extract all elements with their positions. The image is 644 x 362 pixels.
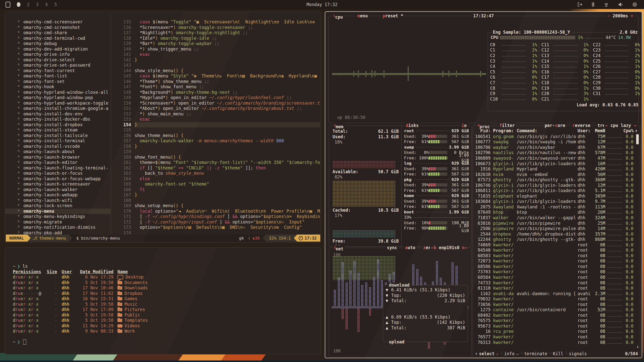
file-list-item[interactable]: *omarchy-cmd-screenshot (5, 25, 110, 30)
process-row[interactable]: 102638nvimnvim --embeddhh56M0.0 (473, 172, 640, 177)
process-row[interactable]: 103684glycin-i/usr/lib/glycin-loadersdhh… (473, 199, 640, 204)
code-line[interactable] (135, 198, 320, 203)
code-line[interactable]: esac (135, 52, 320, 57)
file-list-item[interactable]: *omarchy-drive-set-password (5, 63, 110, 68)
file-list-item[interactable]: *omarchy-launch-about (5, 149, 110, 155)
code-line[interactable]: } (135, 122, 320, 128)
kill-action[interactable]: Kill (553, 351, 563, 356)
code-line[interactable]: case $(menu "Toggle" "▣ Screensaver\n☾ N… (135, 19, 320, 25)
code-line[interactable]: local options="◄ Audio\n◠ Wifi\nᛒ Blueto… (135, 209, 320, 214)
file-list-item[interactable]: *omarchy-install-dev-env (5, 111, 110, 117)
process-row[interactable]: 68584kworker/root0B0.0 (473, 275, 640, 280)
btop-window[interactable]: 1cpu menu preset * 17:32:47 - 2000ms + E… (325, 11, 642, 358)
prompt-line[interactable]: ~❯ls (13, 264, 148, 269)
file-list-item[interactable]: *omarchy-migrate (5, 219, 110, 225)
preset-button[interactable]: preset * (381, 13, 405, 18)
process-row[interactable]: 95673kworker/root0B0.0 (473, 323, 640, 329)
process-row[interactable]: 68583kworker/root0B0.0 (473, 253, 640, 258)
info-action[interactable]: info (504, 351, 514, 356)
process-row[interactable]: 79032kworker/root0B0.0 (473, 296, 640, 302)
cpu-box-title[interactable]: 1cpu (332, 13, 344, 20)
process-row[interactable]: 76577kworker/root0B0.0 (473, 334, 640, 340)
select-up-key[interactable]: ↑ (475, 351, 477, 356)
proc-box-title[interactable]: 4proc (476, 123, 491, 129)
process-row[interactable]: 106786waybar/usr/bin/waybardhh67M0.0 (473, 145, 640, 150)
file-list-item[interactable]: *omarchy-install-steam (5, 127, 110, 133)
process-row[interactable]: 106673glycin-i/usr/lib/glycin-loadersdhh… (473, 161, 640, 166)
process-row[interactable]: 71835elephantelephantdhh385M0.0 (473, 193, 640, 199)
process-row[interactable]: 106811glycin-i/usr/lib/glycin-loadersdhh… (473, 188, 640, 193)
file-list-item[interactable]: *omarchy-menu (5, 209, 110, 214)
code-line[interactable]: [ -f ~/.config/hypr/input.conf ] && opti… (135, 219, 320, 225)
process-row[interactable]: 106809swayosd-/usr/bin/swayosd-serverdhh… (473, 155, 640, 161)
process-row[interactable]: 87649btopbtopdhh26M0.0 (473, 210, 640, 215)
code-line[interactable]: *Theme*) show_theme_menu ;; (135, 79, 320, 84)
code-line[interactable]: back_to show_style_menu (135, 171, 320, 176)
file-list-item[interactable]: *omarchy-lock-screen (5, 203, 110, 209)
code-line[interactable]: omarchy-launch-walker -m menus:omarchyth… (135, 138, 320, 144)
code-line[interactable]: [ -f ~/.config/hypr/bindings.conf ] && o… (135, 214, 320, 219)
process-row[interactable]: 1916HyprlandHyprlanddhh420M0.0 (473, 166, 640, 172)
code-line[interactable]: *Hyprland*) open_in_editor ~/.config/hyp… (135, 95, 320, 101)
file-list-item[interactable]: *omarchy-dev-add-migration (5, 47, 110, 52)
file-list-item[interactable]: *omarchy-cmd-screensaver (5, 19, 110, 25)
proc-reverse-toggle[interactable]: reverse (571, 123, 592, 128)
process-row[interactable]: 63816pipewire/usr/bin/pipewiredhh25M0.0 (473, 220, 640, 226)
process-row[interactable]: 72073kworker/root0B0.0 (473, 258, 640, 264)
code-line[interactable]: omarchy-font-set "$theme" (135, 182, 320, 187)
file-list-item[interactable]: *omarchy-cmd-share (5, 30, 110, 36)
code-line[interactable]: *Nightlight*) omarchy-toggle-nightlight … (135, 30, 320, 36)
file-list-item[interactable]: *omarchy-install-tailscale (5, 133, 110, 139)
file-list-item[interactable]: *omarchy-notification-dismiss (5, 225, 110, 230)
file-list-item[interactable]: *omarchy-font-set (5, 79, 110, 84)
process-row[interactable]: 1275containe/usr/bin/containerdroot52M0.… (473, 307, 640, 313)
code-line[interactable]: } (135, 144, 320, 149)
net-box-title[interactable]: 3net (333, 245, 345, 251)
editor-window[interactable]: *omarchy-cmd-screensaver*omarchy-cmd-scr… (5, 12, 321, 243)
process-row[interactable]: 106777swaybg/usr/bin/swaybg -i /homdhh12… (473, 139, 640, 145)
terminate-action[interactable]: terminate (524, 351, 547, 356)
code-line[interactable]: theme=$(menu "Font" "$(omarchy-font-list… (135, 160, 320, 165)
process-row[interactable]: 74869kworker/root0B0.0 (473, 242, 640, 248)
code-line[interactable]: *) show_main_menu ;; (135, 111, 320, 117)
code-line[interactable]: if [[ "$theme" == "CNCLD" || -z "$theme"… (135, 165, 320, 171)
code-line[interactable]: fi (135, 187, 320, 193)
process-row[interactable]: 2506pipewire/usr/bin/pipewire-pulsedhh14… (473, 226, 640, 231)
signals-action[interactable]: signals (569, 351, 587, 356)
process-row[interactable]: 73703kworker/root0B0.0 (473, 269, 640, 275)
scroll-down-icon[interactable]: ↓ (636, 344, 639, 349)
proc-sort-selector[interactable]: ← cpu lazy → (604, 123, 637, 128)
logout-icon[interactable] (577, 2, 583, 7)
process-row[interactable]: 2544dropbox/home/dhh/.dropbox-distdhh357… (473, 231, 640, 237)
code-line[interactable]: options="$options\n▤ Defaults\n▦ DNS\n✧ … (135, 225, 320, 230)
process-row[interactable]: 12244ghostty/usr/bin/ghostty --gtk-dhh86… (473, 237, 640, 242)
code-line[interactable]: *) show_trigger_menu ;; (135, 47, 320, 52)
process-row[interactable]: 74733kworker/root0B0.0 (473, 280, 640, 286)
file-list-item[interactable]: *omarchy-install-vscode (5, 144, 110, 149)
file-list-item[interactable]: *omarchy-launch-or-focus (5, 171, 110, 176)
code-line[interactable]: *Screensaver*) omarchy-toggle-screensave… (135, 25, 320, 30)
process-row[interactable]: 76575kworker/root0B0.0 (473, 318, 640, 324)
code-line[interactable]: *Background*) omarchy-theme-bg-next ;; (135, 90, 320, 95)
file-list-item[interactable]: *omarchy-launch-walker (5, 187, 110, 193)
file-list-item[interactable]: *omarchy-drive-select (5, 57, 110, 63)
terminal-window[interactable]: ~❯lsPermissionsSizeUserDate ModifiedName… (5, 247, 321, 354)
code-line[interactable]: show_theme_menu() { (135, 133, 320, 139)
interval-control[interactable]: - 2000ms + (606, 13, 634, 18)
code-line[interactable]: *About*) open_in_editor ~/.config/omarch… (135, 106, 320, 111)
code-pane[interactable]: case $(menu "Toggle" "▣ Screensaver\n☾ N… (135, 19, 320, 236)
file-list-item[interactable]: *omarchy-launch-screensaver (5, 182, 110, 187)
code-line[interactable]: } (135, 192, 320, 198)
process-row[interactable]: 16rcu_preeroot0B0.0 (473, 329, 640, 334)
code-line[interactable]: *Bar*) omarchy-toggle-waybar ;; (135, 41, 320, 47)
net-auto-toggle[interactable]: auto (404, 245, 417, 250)
process-row[interactable]: 68586kworker/root0B0.0 (473, 264, 640, 269)
file-list-item[interactable]: *omarchy-install-docker-dbs (5, 117, 110, 122)
volume-icon[interactable] (618, 2, 623, 7)
file-list-item[interactable]: *omarchy-hyprland-window-pop (5, 95, 110, 101)
menu-button[interactable]: menu (356, 13, 369, 18)
file-list-item[interactable]: *omarchy-install-terminal (5, 138, 110, 144)
process-row[interactable]: 2075XwaylandXwayland :1 -rootless -dhh11… (473, 204, 640, 210)
file-list-item[interactable]: *omarchy-font-current (5, 68, 110, 74)
process-row[interactable]: 71837walker/usr/bin/walker --gappldhh324… (473, 215, 640, 220)
